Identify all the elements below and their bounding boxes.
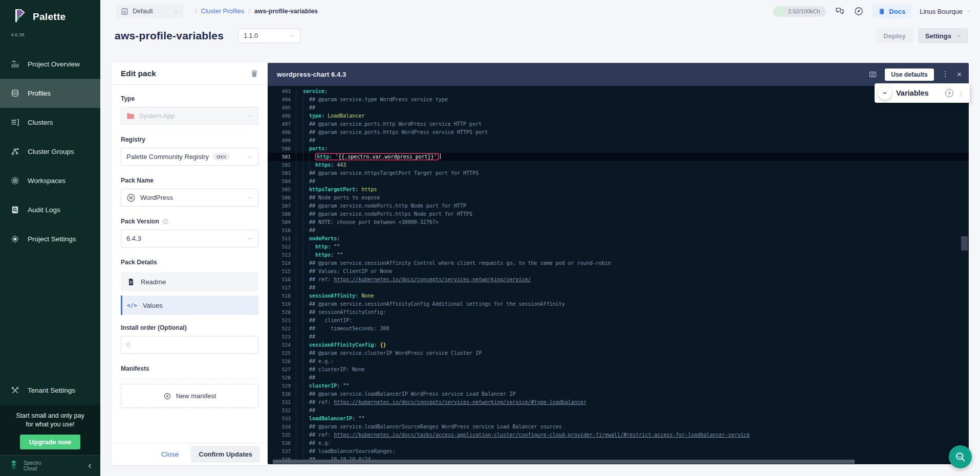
edit-pack-title: Edit pack [121,69,156,78]
page-header: aws-profile-variables 1.1.0 Deploy Setti… [100,22,980,49]
pack-name-select[interactable]: W WordPress [121,189,258,207]
variables-collapse-chevron-icon[interactable] [878,86,891,100]
code-line-503: 503 ## @param service.httpsTargetPort Ta… [268,169,969,177]
promo-line-2: for what you use! [0,420,100,429]
highlighted-variable: http: '{{.spectro.var.wordpress_port}}' [316,154,438,160]
registry-select[interactable]: Palette Community Registry OCI [121,148,258,166]
code-line-504: 504 ## [268,177,969,186]
code-line-511: 511 nodePorts: [268,235,969,243]
breadcrumb-cluster-profiles[interactable]: Cluster Profiles [201,8,244,15]
variables-kebab-menu-icon[interactable]: ⋮ [958,89,965,97]
folder-icon [126,112,135,120]
vertical-scrollbar-thumb[interactable] [961,236,968,251]
pack-details-readme[interactable]: Readme [121,272,258,291]
line-number: 530 [268,390,296,398]
line-number: 501 [268,153,296,161]
code-text: ## e.g.: [296,357,334,366]
line-number: 531 [268,398,296,406]
delete-pack-trash-icon[interactable] [249,69,259,79]
code-line-512: 512 http: "" [268,243,969,251]
collapse-sidebar-icon[interactable] [86,463,93,469]
use-defaults-button[interactable]: Use defaults [885,69,933,81]
chevron-down-icon [173,9,179,14]
sidebar-item-label: Cluster Groups [28,148,74,155]
settings-button[interactable]: Settings [919,29,968,43]
sidebar-item-label: Project Overview [28,60,80,68]
new-manifest-button[interactable]: New manifest [121,384,258,408]
code-text: ## [296,104,315,112]
type-field: System App [121,107,258,125]
profile-version-select[interactable]: 1.1.0 [238,29,300,43]
diff-view-icon[interactable] [868,70,877,79]
sidebar-item-cluster-groups[interactable]: Cluster Groups [0,137,100,166]
spectro-cloud-logo-icon [8,459,19,472]
code-text: ## ref: https://kubernetes.io/docs/conce… [296,398,586,406]
editor-header: wordpress-chart 6.4.3 Use defaults ⋮ × [268,63,969,86]
feedback-chat-icon[interactable] [835,6,845,16]
sidebar-item-clusters[interactable]: Clusters [0,108,100,137]
tools-icon [10,386,20,395]
code-text: httpsTargetPort: https [296,186,377,194]
sidebar-item-workspaces[interactable]: Workspaces [0,166,100,195]
code-line-497: 497 ## @param service.ports.http WordPre… [268,120,969,128]
code-text: ## @param service.httpsTargetPort Target… [296,169,478,177]
code-line-528: 528 ## [268,374,969,382]
line-number: 527 [268,366,296,374]
code-line-524: 524 sessionAffinityConfig: {} [268,341,969,349]
line-number: 513 [268,251,296,259]
sidebar-item-audit-logs[interactable]: Audit Logs [0,195,100,224]
spectro-cloud-wordmark: Spectro Cloud [24,460,41,471]
gear-icon [10,234,20,244]
pack-details-list: Readme</>Values [121,272,258,315]
tenant-settings-label: Tenant Settings [28,387,75,394]
code-line-508: 508 ## @param service.nodePorts.https No… [268,210,969,218]
pack-version-select[interactable]: 6.4.3 [121,230,258,247]
install-order-input[interactable] [121,336,258,354]
code-line-505: 505 httpsTargetPort: https [268,186,969,194]
code-line-534: 534 ## @param service.loadBalancerSource… [268,423,969,431]
help-widget-button[interactable] [949,445,972,468]
horizontal-scrollbar-thumb[interactable] [273,460,855,464]
code-editor[interactable]: 493service:494 ## @param service.type Wo… [268,86,969,464]
sidebar-item-project-settings[interactable]: Project Settings [0,224,100,254]
confirm-updates-button[interactable]: Confirm Updates [191,446,260,463]
book-icon [878,8,885,15]
code-line-502: 502 https: 443 [268,161,969,169]
code-text: ## @param service.nodePorts.http Node po… [296,202,466,210]
code-text: ## clusterIP: None [296,366,364,374]
line-number: 503 [268,169,296,177]
app-version: 4.6.36 [11,32,100,37]
project-selector[interactable]: Default [116,5,184,18]
variables-help-icon[interactable]: ? [945,89,953,97]
divider [121,379,258,379]
wordpress-logo-icon: W [126,193,136,202]
line-number: 536 [268,439,296,447]
deploy-button[interactable]: Deploy [876,29,913,43]
code-line-494: 494 ## @param service.type WordPress ser… [268,96,969,104]
breadcrumb-aws-profile-variables: aws-profile-variables [254,8,318,15]
line-number: 494 [268,96,296,104]
pack-details-values[interactable]: </>Values [121,296,258,315]
chevron-down-icon [247,236,253,241]
sidebar-item-label: Profiles [28,89,51,97]
sidebar-item-tenant-settings[interactable]: Tenant Settings [0,376,100,405]
editor-kebab-menu-icon[interactable]: ⋮ [942,71,949,78]
pack-name-label: Pack Name [121,177,258,184]
pack-details-label: Pack Details [121,259,258,266]
sidebar-footer: Spectro Cloud [0,455,100,476]
code-text: ## [296,333,315,341]
upgrade-now-button[interactable]: Upgrade now [20,435,80,449]
editor-close-icon[interactable]: × [957,71,962,79]
sidebar-item-project-overview[interactable]: Project Overview [0,50,100,79]
line-number: 526 [268,357,296,366]
line-number: 502 [268,161,296,169]
line-number: 512 [268,243,296,251]
close-button[interactable]: Close [161,450,179,458]
code-text: ports: [296,145,328,153]
sidebar-item-profiles[interactable]: Profiles [0,79,100,108]
code-text: ## sessionAffinityConfig: [296,308,386,316]
explore-compass-icon[interactable] [854,6,864,16]
code-text: service: [296,87,328,96]
user-menu[interactable]: Linus Bourque [920,8,972,15]
docs-button[interactable]: Docs [873,5,911,18]
